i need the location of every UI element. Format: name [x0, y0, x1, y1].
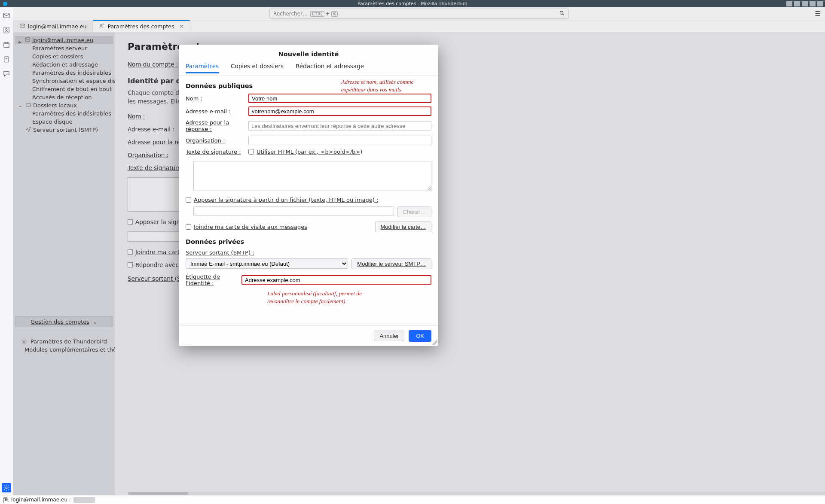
- window-menu-icon[interactable]: [3, 2, 7, 6]
- sidebar-tb-settings[interactable]: Paramètres de Thunderbird: [15, 337, 113, 346]
- search-icon[interactable]: [559, 10, 565, 18]
- sidebar-account-root[interactable]: ⌄ login@mail.immae.eu: [15, 36, 113, 44]
- resize-grip[interactable]: [431, 339, 437, 345]
- sidebar-item-server[interactable]: Paramètres serveur: [15, 44, 113, 52]
- h-scroll-thumb[interactable]: [128, 492, 188, 495]
- toolbar: Rechercher… CTRL + K ☰: [13, 7, 825, 21]
- cancel-button[interactable]: Annuler: [374, 331, 404, 341]
- sidebar-item-e2e[interactable]: Chiffrement de bout en bout: [15, 85, 113, 93]
- titlebar-action-4[interactable]: [810, 1, 816, 6]
- outgoing-icon: [25, 126, 31, 134]
- sig-file-label: Apposer la signature à partir d'un fichi…: [194, 197, 378, 203]
- modify-smtp-button[interactable]: Modifier le serveur SMTP…: [351, 258, 431, 269]
- tab-inbox[interactable]: login@mail.immae.eu: [13, 21, 93, 32]
- vcard-label: Joindre ma carte de visite aux messages: [194, 224, 307, 230]
- public-data-header: Données publiques: [186, 82, 253, 89]
- svg-rect-10: [25, 38, 30, 41]
- dialog-footer: Annuler OK: [179, 325, 438, 346]
- org-input[interactable]: [248, 136, 431, 145]
- svg-point-6: [560, 11, 563, 14]
- titlebar-action-3[interactable]: [802, 1, 808, 6]
- replyto-input[interactable]: [248, 121, 431, 131]
- titlebar-actions: [786, 1, 823, 6]
- svg-point-11: [23, 341, 25, 343]
- html-checkbox[interactable]: [248, 149, 254, 155]
- svg-point-2: [6, 29, 7, 30]
- collapse-icon[interactable]: |<: [3, 497, 9, 503]
- sidebar-local-folders[interactable]: ⌄ Dossiers locaux: [15, 101, 113, 109]
- tab-label: login@mail.immae.eu: [28, 23, 86, 30]
- svg-point-9: [103, 24, 104, 24]
- org-label: Organisation :: [186, 137, 248, 144]
- sidebar-item-sync[interactable]: Synchronisation et espace disque: [15, 77, 113, 85]
- titlebar-action-5[interactable]: [817, 1, 823, 6]
- identity-label-label: Étiquette de l'identité :: [186, 273, 241, 286]
- folder-icon: [25, 102, 31, 109]
- sidebar-item-copies[interactable]: Copies et dossiers: [15, 52, 113, 61]
- dialog-tab-composition[interactable]: Rédaction et adressage: [296, 63, 364, 73]
- choose-file-button[interactable]: Choisir…: [397, 206, 431, 217]
- address-book-icon[interactable]: [2, 25, 11, 35]
- settings-icon[interactable]: [2, 483, 11, 492]
- titlebar-action-1[interactable]: [786, 1, 792, 6]
- annotation-1: Adresse et nom, utilisés comme expéditeu…: [341, 78, 431, 94]
- dialog-tab-settings[interactable]: Paramètres: [186, 63, 219, 73]
- org-label: Organisation :: [128, 152, 168, 158]
- vcard-checkbox[interactable]: [128, 249, 133, 255]
- signature-textarea[interactable]: [193, 161, 431, 191]
- svg-point-8: [101, 24, 102, 26]
- titlebar-action-2[interactable]: [794, 1, 800, 6]
- kbd-ctrl: CTRL: [310, 11, 325, 17]
- account-management-dropdown[interactable]: Gestion des comptes ⌄: [15, 316, 113, 327]
- account-name-label: Nom du compte :: [128, 61, 178, 68]
- svg-rect-7: [20, 24, 25, 27]
- app-menu-icon[interactable]: ☰: [815, 10, 821, 18]
- name-label: Nom :: [128, 113, 145, 120]
- name-input[interactable]: [248, 94, 431, 103]
- sidebar-item-junk[interactable]: Paramètres des indésirables: [15, 69, 113, 77]
- smtp-select[interactable]: Immae E-mail - smtp.immae.eu (Défaut): [186, 258, 348, 269]
- email-label: Adresse e-mail :: [186, 108, 248, 115]
- progress-bar: [73, 497, 95, 503]
- annotation-2: Label personnalisé (facultatif, permet d…: [267, 290, 379, 305]
- status-bar: login@mail.immae.eu :: [0, 495, 825, 504]
- private-data-header: Données privées: [186, 238, 431, 245]
- svg-rect-3: [4, 43, 9, 48]
- sig-file-checkbox[interactable]: [186, 197, 191, 203]
- tab-account-settings[interactable]: Paramètres des comptes ✕: [93, 21, 190, 32]
- email-label: Adresse e-mail :: [128, 126, 174, 133]
- svg-point-5: [6, 487, 7, 489]
- dialog-tab-copies[interactable]: Copies et dossiers: [231, 63, 284, 73]
- h-scroll-track[interactable]: [128, 492, 825, 495]
- dialog-title: Nouvelle identité: [179, 45, 438, 63]
- window-titlebar: Paramètres des comptes - Mozilla Thunder…: [0, 0, 825, 7]
- search-input[interactable]: Rechercher… CTRL + K: [269, 9, 569, 19]
- mail-icon[interactable]: [2, 11, 11, 20]
- replyto-label: Adresse pour la réponse :: [186, 119, 248, 132]
- sidebar-local-junk[interactable]: Paramètres des indésirables: [15, 109, 113, 118]
- gear-icon: [21, 339, 27, 345]
- identity-label-input[interactable]: [241, 275, 431, 285]
- ok-button[interactable]: OK: [409, 330, 431, 342]
- tab-label: Paramètres des comptes: [107, 23, 174, 30]
- sidebar-addons[interactable]: Modules complémentaires et thèmes: [15, 346, 113, 354]
- sig-file-path-input[interactable]: [193, 206, 394, 216]
- chat-icon[interactable]: [2, 69, 11, 79]
- sidebar-smtp[interactable]: Serveur sortant (SMTP): [15, 126, 113, 134]
- sidebar-account-label: login@mail.immae.eu: [32, 37, 93, 43]
- new-identity-dialog: Nouvelle identité Paramètres Copies et d…: [179, 45, 438, 346]
- email-input[interactable]: [248, 106, 431, 116]
- sig-file-checkbox[interactable]: [128, 219, 133, 225]
- modify-card-button[interactable]: Modifier la carte…: [375, 222, 431, 232]
- tasks-icon[interactable]: [2, 55, 11, 64]
- close-icon[interactable]: ✕: [180, 23, 184, 30]
- inbox-icon: [24, 36, 31, 44]
- sidebar-local-disk[interactable]: Espace disque: [15, 118, 113, 126]
- calendar-icon[interactable]: [2, 40, 11, 49]
- reply-identity-checkbox[interactable]: [128, 262, 133, 267]
- activity-bar: |<: [0, 7, 13, 495]
- vcard-checkbox[interactable]: [186, 224, 191, 230]
- dialog-tabs: Paramètres Copies et dossiers Rédaction …: [179, 63, 438, 76]
- sidebar-item-receipts[interactable]: Accusés de réception: [15, 93, 113, 101]
- sidebar-item-composition[interactable]: Rédaction et adressage: [15, 61, 113, 69]
